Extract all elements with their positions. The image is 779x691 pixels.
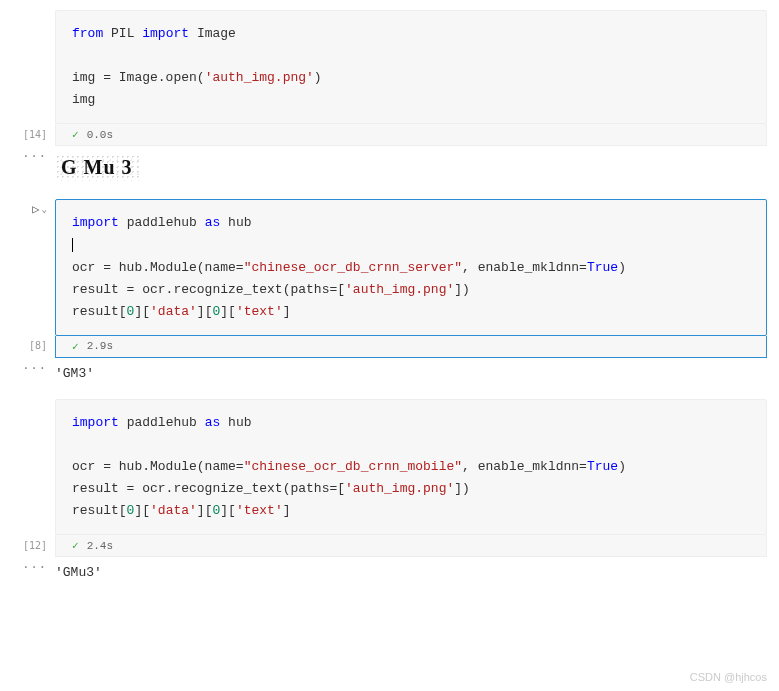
string-literal: 'data' bbox=[150, 304, 197, 319]
code-text: ][ bbox=[134, 503, 150, 518]
output-3: 'GMu3' bbox=[55, 557, 767, 588]
code-text: ][ bbox=[220, 503, 236, 518]
string-literal: 'auth_img.png' bbox=[205, 70, 314, 85]
string-literal: 'text' bbox=[236, 304, 283, 319]
play-icon: ▷ bbox=[32, 202, 39, 216]
code-text: ) bbox=[618, 260, 626, 275]
code-text: ] bbox=[283, 503, 291, 518]
output-1: G Mu 3 bbox=[55, 146, 767, 189]
code-text: ocr = hub.Module(name= bbox=[72, 459, 244, 474]
code-text: ][ bbox=[197, 304, 213, 319]
code-input-3[interactable]: import paddlehub as hub ocr = hub.Module… bbox=[55, 399, 767, 535]
code-text: img = Image.open( bbox=[72, 70, 205, 85]
output-collapse-2[interactable]: ··· bbox=[0, 358, 55, 378]
keyword-import: import bbox=[72, 215, 119, 230]
code-input-1[interactable]: from PIL import Image img = Image.open('… bbox=[55, 10, 767, 124]
code-text: ][ bbox=[134, 304, 150, 319]
code-input-2[interactable]: import paddlehub as hub ocr = hub.Module… bbox=[55, 199, 767, 335]
module-name: paddlehub bbox=[127, 415, 197, 430]
exec-time-2: 2.9s bbox=[87, 340, 113, 352]
import-name: Image bbox=[197, 26, 236, 41]
exec-label-1: [14] bbox=[0, 124, 55, 144]
exec-label-3: [12] bbox=[0, 535, 55, 555]
captcha-image: G Mu 3 bbox=[55, 154, 139, 181]
code-text: result = ocr.recognize_text(paths=[ bbox=[72, 481, 345, 496]
run-button-2[interactable]: ▷⌄ bbox=[0, 199, 55, 219]
cell-2: ▷⌄ import paddlehub as hub ocr = hub.Mod… bbox=[0, 199, 779, 388]
keyword-as: as bbox=[205, 215, 221, 230]
string-literal: 'auth_img.png' bbox=[345, 481, 454, 496]
gutter-spacer bbox=[0, 10, 55, 30]
string-literal: 'text' bbox=[236, 503, 283, 518]
keyword-import: import bbox=[142, 26, 189, 41]
alias: hub bbox=[228, 215, 251, 230]
exec-time-1: 0.0s bbox=[87, 129, 113, 141]
code-text: img bbox=[72, 92, 95, 107]
chevron-down-icon: ⌄ bbox=[42, 204, 47, 214]
code-text: result[ bbox=[72, 503, 127, 518]
gutter-spacer bbox=[0, 399, 55, 419]
exec-time-3: 2.4s bbox=[87, 540, 113, 552]
keyword-as: as bbox=[205, 415, 221, 430]
code-text: result[ bbox=[72, 304, 127, 319]
cell-1: from PIL import Image img = Image.open('… bbox=[0, 10, 779, 189]
code-text: ) bbox=[314, 70, 322, 85]
code-text: ocr = hub.Module(name= bbox=[72, 260, 244, 275]
text-cursor bbox=[72, 238, 73, 252]
notebook: from PIL import Image img = Image.open('… bbox=[0, 0, 779, 628]
constant: True bbox=[587, 260, 618, 275]
constant: True bbox=[587, 459, 618, 474]
keyword-import: import bbox=[72, 415, 119, 430]
status-bar-2: ✓ 2.9s bbox=[55, 336, 767, 358]
exec-label-2: [8] bbox=[0, 336, 55, 356]
code-text: , enable_mkldnn= bbox=[462, 459, 587, 474]
string-literal: "chinese_ocr_db_crnn_server" bbox=[244, 260, 462, 275]
code-text: ] bbox=[283, 304, 291, 319]
cell-3: import paddlehub as hub ocr = hub.Module… bbox=[0, 399, 779, 588]
code-text: ][ bbox=[197, 503, 213, 518]
output-2: 'GM3' bbox=[55, 358, 767, 389]
code-text: ) bbox=[618, 459, 626, 474]
module-name: paddlehub bbox=[127, 215, 197, 230]
module-name: PIL bbox=[111, 26, 134, 41]
code-text: ]) bbox=[454, 481, 470, 496]
alias: hub bbox=[228, 415, 251, 430]
check-icon: ✓ bbox=[72, 340, 79, 353]
string-literal: "chinese_ocr_db_crnn_mobile" bbox=[244, 459, 462, 474]
code-text: ][ bbox=[220, 304, 236, 319]
keyword-from: from bbox=[72, 26, 103, 41]
status-bar-1: ✓ 0.0s bbox=[55, 124, 767, 146]
status-bar-3: ✓ 2.4s bbox=[55, 535, 767, 557]
code-text: ]) bbox=[454, 282, 470, 297]
code-text: , enable_mkldnn= bbox=[462, 260, 587, 275]
check-icon: ✓ bbox=[72, 539, 79, 552]
output-collapse-3[interactable]: ··· bbox=[0, 557, 55, 577]
string-literal: 'data' bbox=[150, 503, 197, 518]
code-text: result = ocr.recognize_text(paths=[ bbox=[72, 282, 345, 297]
output-collapse-1[interactable]: ··· bbox=[0, 146, 55, 166]
string-literal: 'auth_img.png' bbox=[345, 282, 454, 297]
check-icon: ✓ bbox=[72, 128, 79, 141]
